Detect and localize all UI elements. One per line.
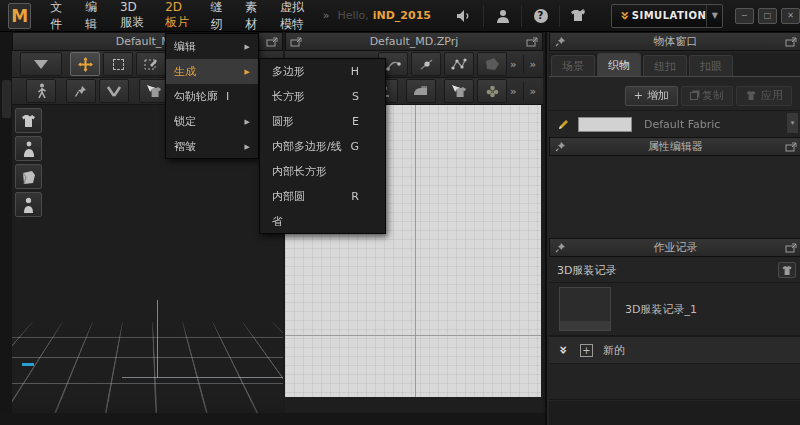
tab-scene[interactable]: 场景 [551, 55, 595, 76]
submenu-item-circle[interactable]: 圆形 E [260, 109, 385, 134]
edit-point-tool-button[interactable] [411, 52, 441, 76]
arrow-down-icon [34, 60, 48, 69]
maximize-button[interactable]: □ [758, 8, 777, 24]
create-submenu: 多边形 H 长方形 S 圆形 E 内部多边形/线 G 内部长方形 内部圆 R 省 [259, 58, 386, 234]
simulation-dropdown[interactable]: ▼ [706, 5, 722, 27]
detach-window-button[interactable] [781, 243, 800, 253]
toolbar-overflow-icon[interactable]: » [507, 59, 519, 70]
add-fabric-label: 增加 [647, 88, 669, 103]
copy-fabric-button[interactable]: 复制 [681, 86, 733, 106]
move-cross-icon [78, 57, 93, 72]
pin-panel-button[interactable] [550, 141, 570, 152]
add-record-icon[interactable]: + [580, 344, 593, 357]
submenu-arrow-icon: ▶ [245, 68, 250, 76]
sound-button[interactable] [445, 5, 483, 27]
expand-double-chevron-icon[interactable]: » [557, 345, 571, 354]
rect-select-tool-button[interactable] [103, 52, 133, 76]
simulation-chevron-icon: » [617, 11, 632, 21]
pin-panel-button[interactable] [550, 36, 570, 47]
history-record-item[interactable]: 3D服装记录_1 [549, 283, 800, 337]
help-icon: ? [534, 9, 548, 23]
submenu-item-label: 长方形 [272, 89, 305, 104]
submenu-item-internal-rectangle[interactable]: 内部长方形 [260, 159, 385, 184]
menu-item-lock[interactable]: 锁定 ▶ [166, 109, 258, 134]
history-new-row[interactable]: » + 新的 [549, 337, 800, 364]
shirt-cursor-icon [451, 84, 467, 99]
submenu-arrow-icon: ▶ [245, 143, 250, 151]
menubar-overflow-icon[interactable]: » [323, 9, 330, 22]
toolbar-overflow-icon[interactable]: » [527, 59, 539, 70]
garment-history-section: 3D服装记录 [549, 258, 800, 283]
show-avatar-button[interactable] [15, 136, 42, 161]
window-controls: ─ □ ✕ [735, 8, 800, 24]
show-mannequin-button[interactable] [15, 192, 42, 217]
edit-polyline-tool-button[interactable] [444, 52, 474, 76]
plus-icon: + [634, 89, 643, 102]
polyline-icon [451, 57, 467, 71]
fabric-swatch[interactable] [578, 117, 632, 132]
viewport-2d-title: Default_MD.ZPrj [306, 35, 522, 48]
toolbar-overflow-icon[interactable]: » [507, 86, 519, 97]
property-editor-header: 属性编辑器 [549, 137, 800, 156]
tab-button[interactable]: 纽扣 [643, 55, 687, 76]
history-empty-area [549, 364, 800, 400]
3d-gizmo-mark [22, 363, 34, 366]
list-scroll-button[interactable]: ▾ [786, 112, 799, 134]
submenu-item-label: 内部圆 [272, 189, 305, 204]
pattern-tool-button[interactable] [477, 52, 507, 76]
menu-item-shortcut: I [226, 90, 229, 103]
close-button[interactable]: ✕ [781, 8, 800, 24]
username-text: iND_2015 [373, 9, 431, 22]
fabric-list-item[interactable]: Default Fabric ▾ [549, 111, 800, 137]
move-tool-button[interactable] [70, 52, 100, 76]
collapsed-panel-tab[interactable] [2, 80, 11, 118]
show-garment-button[interactable] [15, 108, 42, 133]
pattern-dropdown-menu: 编辑 ▶ 生成 ▶ 勾勒轮廓 I 锁定 ▶ 褶皱 ▶ [165, 33, 259, 159]
account-button[interactable] [483, 5, 521, 27]
rect-edit-tool-button[interactable] [136, 52, 166, 76]
iron-tool-button[interactable] [406, 79, 436, 103]
menu-item-create[interactable]: 生成 ▶ [166, 59, 258, 84]
detach-window-button[interactable] [781, 142, 800, 152]
submenu-item-polygon[interactable]: 多边形 H [260, 59, 385, 84]
fabric-name: Default Fabric [644, 118, 720, 131]
submenu-item-shortcut: R [351, 190, 373, 203]
texture-tool-button[interactable] [477, 79, 507, 103]
simulation-button[interactable]: » SIMULATION ▼ [611, 4, 723, 28]
tab-fabric[interactable]: 织物 [597, 53, 641, 76]
menu-item-edit[interactable]: 编辑 ▶ [166, 34, 258, 59]
add-fabric-button[interactable]: + 增加 [625, 86, 678, 106]
3d-axis-vertical [157, 300, 158, 378]
garment-history-button[interactable] [778, 262, 796, 278]
3d-floor-fade [12, 314, 283, 413]
pin-tool-button[interactable] [66, 79, 96, 103]
avatar-tool-button[interactable] [26, 79, 56, 103]
detach-window-button[interactable] [522, 37, 542, 47]
detach-window-button[interactable] [781, 37, 800, 47]
submenu-item-internal-circle[interactable]: 内部圆 R [260, 184, 385, 209]
menu-item-pleats[interactable]: 褶皱 ▶ [166, 134, 258, 159]
menu-item-trace-outline[interactable]: 勾勒轮廓 I [166, 84, 258, 109]
pin-panel-button[interactable] [550, 242, 570, 253]
edit-pencil-icon[interactable] [557, 118, 570, 131]
pin-pair-tool-button[interactable] [99, 79, 129, 103]
detach-window-button[interactable] [262, 37, 282, 47]
submenu-item-internal-polygon[interactable]: 内部多边形/线 G [260, 134, 385, 159]
minimize-button[interactable]: ─ [735, 8, 754, 24]
submenu-item-rectangle[interactable]: 长方形 S [260, 84, 385, 109]
garment-history-label: 3D服装记录 [557, 263, 616, 278]
menu-item-label: 褶皱 [174, 139, 196, 154]
detach-window-button[interactable] [286, 37, 306, 47]
tab-buttonhole[interactable]: 扣眼 [689, 55, 733, 76]
garment-2d-select-button[interactable] [444, 79, 474, 103]
show-fabric-button[interactable] [15, 164, 42, 189]
garment-add-button[interactable] [559, 5, 597, 27]
apply-fabric-button[interactable]: 应用 [736, 86, 792, 106]
simulate-tool-button[interactable] [20, 52, 62, 76]
help-button[interactable]: ? [521, 5, 559, 27]
toolbar-divider [523, 82, 524, 100]
toolbar-overflow-icon[interactable]: » [527, 86, 539, 97]
submenu-item-shortcut: G [350, 140, 373, 153]
caret-down-icon: ▼ [712, 11, 718, 20]
submenu-item-dart[interactable]: 省 [260, 209, 385, 234]
